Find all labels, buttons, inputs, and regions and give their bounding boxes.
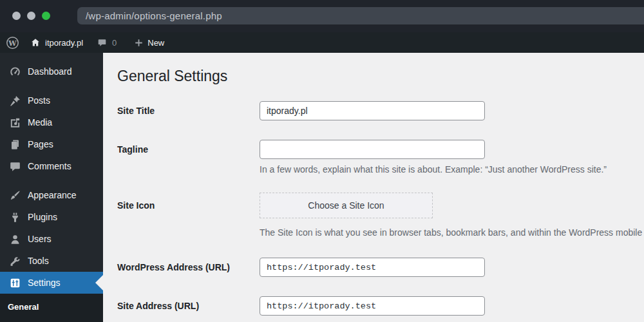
window-minimize-button[interactable] <box>27 12 35 20</box>
url-text: /wp-admin/options-general.php <box>77 10 222 21</box>
sidebar-item-settings[interactable]: Settings <box>0 272 103 294</box>
site-title-row: Site Title <box>117 101 644 120</box>
site-address-input[interactable] <box>260 296 485 316</box>
wordpress-logo-icon: W <box>6 36 19 50</box>
site-title-label: Site Title <box>117 101 260 120</box>
pages-icon <box>9 138 21 151</box>
menu-separator <box>0 177 103 184</box>
home-icon <box>30 37 41 48</box>
window-close-button[interactable] <box>12 12 21 20</box>
tagline-row: Tagline In a few words, explain what thi… <box>117 140 644 175</box>
site-icon-row: Site Icon Choose a Site Icon The Site Ic… <box>117 193 644 238</box>
main-content: General Settings Site Title Tagline In a… <box>103 53 644 322</box>
svg-text:W: W <box>8 39 17 47</box>
sidebar-item-users[interactable]: Users <box>0 228 103 250</box>
plus-icon <box>134 38 144 48</box>
new-content-link[interactable]: New <box>134 38 164 48</box>
sidebar-item-label: Dashboard <box>28 66 72 77</box>
choose-site-icon-button[interactable]: Choose a Site Icon <box>260 193 433 218</box>
admin-menu: Dashboard Posts Media Pages <box>0 53 103 322</box>
site-icon-label: Site Icon <box>117 193 260 238</box>
sidebar-item-dashboard[interactable]: Dashboard <box>0 61 103 82</box>
new-label: New <box>147 38 164 48</box>
sidebar-item-label: Media <box>28 117 52 128</box>
admin-bar: W itporady.pl 0 New <box>0 32 644 53</box>
site-name-link[interactable]: itporady.pl <box>30 37 83 48</box>
wordpress-address-label: WordPress Address (URL) <box>117 258 260 277</box>
comments-icon <box>9 160 21 173</box>
tagline-description: In a few words, explain what this site i… <box>260 164 607 175</box>
sidebar-item-plugins[interactable]: Plugins <box>0 206 103 228</box>
wp-logo-menu[interactable]: W <box>6 36 19 50</box>
sidebar-item-label: Pages <box>28 139 53 149</box>
window-controls <box>12 12 50 20</box>
dashboard-icon <box>9 66 21 78</box>
wordpress-address-input[interactable] <box>260 258 485 277</box>
plug-icon <box>9 211 21 223</box>
site-address-label: Site Address (URL) <box>117 296 260 316</box>
comments-link[interactable]: 0 <box>97 38 117 48</box>
sidebar-item-label: Comments <box>28 161 71 171</box>
tagline-input[interactable] <box>260 140 485 159</box>
sidebar-item-appearance[interactable]: Appearance <box>0 184 103 206</box>
screen: /wp-admin/options-general.php W itporady… <box>0 0 644 322</box>
sidebar-item-label: Tools <box>28 256 49 266</box>
window-zoom-button[interactable] <box>42 12 50 20</box>
settings-sliders-icon <box>9 277 21 289</box>
wordpress-address-row: WordPress Address (URL) <box>117 258 644 277</box>
url-bar[interactable]: /wp-admin/options-general.php <box>77 7 644 24</box>
user-icon <box>9 233 21 245</box>
site-name-label: itporady.pl <box>45 38 83 48</box>
media-icon <box>9 117 21 129</box>
sidebar-item-comments[interactable]: Comments <box>0 155 103 177</box>
page-title: General Settings <box>117 66 644 86</box>
tagline-label: Tagline <box>117 140 260 175</box>
sidebar-item-label: Appearance <box>28 190 77 200</box>
sidebar-item-label: Settings <box>28 278 61 288</box>
wrench-icon <box>9 255 21 267</box>
comment-bubble-icon <box>97 38 107 48</box>
sidebar-item-label: Users <box>28 234 52 244</box>
settings-submenu: General <box>0 294 103 322</box>
submenu-item-general[interactable]: General <box>8 301 103 313</box>
sidebar-item-pages[interactable]: Pages <box>0 133 103 155</box>
sidebar-item-label: Plugins <box>28 212 57 222</box>
site-title-input[interactable] <box>260 101 485 120</box>
browser-chrome: /wp-admin/options-general.php <box>0 0 644 32</box>
sidebar-item-label: Posts <box>28 95 50 106</box>
menu-separator <box>0 82 103 90</box>
comment-count: 0 <box>112 38 117 48</box>
sidebar-item-posts[interactable]: Posts <box>0 90 103 111</box>
site-icon-description: The Site Icon is what you see in browser… <box>260 227 644 238</box>
brush-icon <box>9 189 21 202</box>
pushpin-icon <box>9 95 21 107</box>
sidebar-item-media[interactable]: Media <box>0 111 103 133</box>
sidebar-item-tools[interactable]: Tools <box>0 250 103 272</box>
site-address-row: Site Address (URL) <box>117 296 644 316</box>
